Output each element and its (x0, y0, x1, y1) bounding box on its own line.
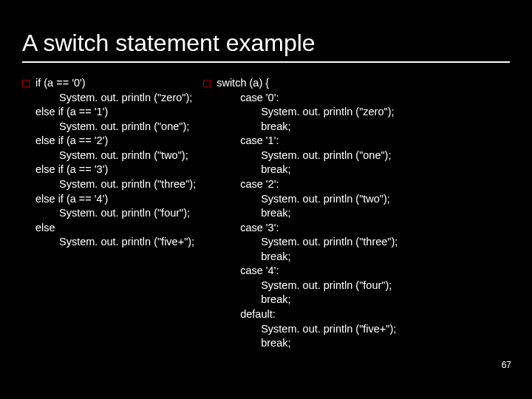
code-line: System. out. println ("three"); (35, 177, 196, 192)
code-line: System. out. println ("five+"); (216, 322, 398, 337)
right-column: switch (a) { case '0': System. out. prin… (203, 76, 398, 351)
code-line: System. out. println ("one"); (216, 149, 398, 163)
slide: A switch statement example if (a == '0')… (0, 0, 532, 399)
code-line: else if (a == '2') (35, 134, 108, 146)
code-line: System. out. println ("zero"); (35, 91, 196, 106)
code-line: System. out. println ("two"); (35, 149, 196, 163)
code-line: else (35, 222, 55, 233)
code-line: else if (a == '4') (35, 193, 108, 205)
code-line: System. out. println ("five+"); (35, 235, 196, 250)
code-line: break; (216, 120, 398, 134)
code-line: else if (a == '1') (35, 106, 108, 117)
code-line: System. out. println ("two"); (216, 192, 398, 207)
code-line: case '3': (216, 221, 398, 236)
code-line: switch (a) { (216, 77, 269, 89)
code-line: break; (216, 336, 398, 351)
code-line: if (a == '0') (35, 77, 86, 89)
code-line: case '4': (216, 264, 398, 279)
code-line: default: (216, 307, 398, 322)
bullet-icon (203, 80, 211, 87)
left-column: if (a == '0') System. out. println ("zer… (22, 76, 196, 351)
code-line: case '1': (216, 134, 398, 149)
code-line: break; (216, 206, 398, 221)
code-line: else if (a == '3') (35, 163, 108, 175)
page-number: 67 (502, 360, 511, 370)
content-columns: if (a == '0') System. out. println ("zer… (22, 76, 510, 351)
code-line: break; (216, 250, 398, 265)
code-line: case '2': (216, 177, 398, 192)
code-line: System. out. println ("one"); (35, 120, 196, 134)
slide-title: A switch statement example (22, 30, 510, 63)
code-line: break; (216, 163, 398, 177)
code-line: System. out. println ("four"); (216, 279, 398, 293)
bullet-icon (22, 80, 30, 87)
code-line: System. out. println ("three"); (216, 235, 398, 250)
code-line: System. out. println ("zero"); (216, 105, 398, 120)
code-line: case '0': (216, 91, 398, 106)
code-line: break; (216, 293, 398, 307)
code-line: System. out. println ("four"); (35, 206, 196, 221)
